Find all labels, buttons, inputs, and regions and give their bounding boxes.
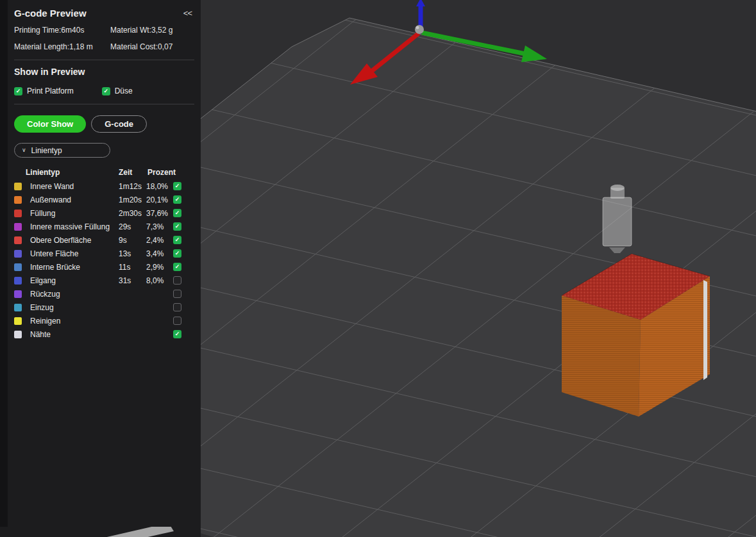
line-type-color-swatch bbox=[14, 277, 22, 285]
legend-row: Reinigen bbox=[14, 314, 194, 327]
print-stats: Printing Time:6m40s Material Wt:3,52 g M… bbox=[14, 26, 194, 51]
legend-row: Eilgang31s8,0% bbox=[14, 274, 194, 287]
line-type-time: 1m20s bbox=[119, 195, 146, 204]
origin-marker-highlight bbox=[416, 26, 419, 29]
panel-left-strip bbox=[0, 0, 8, 527]
line-type-label: Reinigen bbox=[30, 317, 119, 326]
legend-rows: Innere Wand1m12s18,0%✓Außenwand1m20s20,1… bbox=[14, 179, 194, 341]
option-label: Düse bbox=[115, 87, 133, 95]
line-type-time: 1m12s bbox=[119, 182, 146, 191]
line-type-color-swatch bbox=[14, 236, 22, 244]
gcode-preview-panel: G-code Preview << Printing Time:6m40s Ma… bbox=[0, 0, 201, 527]
legend-row: Interne Brücke11s2,9%✓ bbox=[14, 260, 194, 274]
line-type-visibility-checkbox[interactable] bbox=[173, 303, 181, 311]
option-label: Print Platform bbox=[27, 87, 74, 95]
line-type-label: Außenwand bbox=[30, 195, 119, 204]
line-type-color-swatch bbox=[14, 223, 22, 231]
legend-row: Füllung2m30s37,6%✓ bbox=[14, 206, 194, 220]
stat-printing-time: Printing Time:6m40s bbox=[14, 26, 110, 35]
stat-value: 1,18 m bbox=[69, 42, 93, 51]
print-platform-checkbox[interactable]: ✓ bbox=[14, 87, 22, 95]
line-type-label: Innere massive Füllung bbox=[30, 222, 119, 231]
seam-line bbox=[703, 280, 707, 380]
line-type-visibility-checkbox[interactable]: ✓ bbox=[173, 236, 181, 244]
line-type-legend: Linientyp Zeit Prozent Innere Wand1m12s1… bbox=[14, 165, 194, 341]
stat-value: 3,52 g bbox=[151, 26, 172, 35]
option-duese[interactable]: ✓ Düse bbox=[102, 87, 133, 95]
line-type-visibility-checkbox[interactable] bbox=[173, 317, 181, 325]
line-type-color-swatch bbox=[14, 304, 22, 311]
line-type-label: Obere Oberfläche bbox=[30, 236, 119, 245]
line-type-color-swatch bbox=[14, 263, 22, 271]
stat-value: 6m40s bbox=[61, 26, 84, 35]
line-type-percent: 2,4% bbox=[146, 236, 173, 245]
line-type-label: Innere Wand bbox=[30, 182, 119, 191]
line-type-percent: 2,9% bbox=[146, 263, 173, 272]
line-type-color-swatch bbox=[14, 183, 22, 190]
line-type-color-swatch bbox=[14, 250, 22, 258]
line-type-percent: 37,6% bbox=[146, 209, 173, 218]
line-type-time: 31s bbox=[119, 276, 146, 285]
line-type-percent: 20,1% bbox=[146, 195, 173, 204]
line-type-percent: 7,3% bbox=[146, 222, 173, 231]
line-type-label: Füllung bbox=[30, 209, 119, 218]
header-zeit: Zeit bbox=[119, 168, 147, 177]
legend-row: Außenwand1m20s20,1%✓ bbox=[14, 193, 194, 206]
view-mode-buttons: Color Show G-code bbox=[14, 115, 194, 133]
line-type-visibility-checkbox[interactable]: ✓ bbox=[173, 222, 181, 231]
line-type-visibility-checkbox[interactable]: ✓ bbox=[173, 195, 181, 204]
line-type-color-swatch bbox=[14, 331, 22, 338]
line-type-label: Interne Brücke bbox=[30, 263, 119, 272]
header-linientyp: Linientyp bbox=[26, 168, 119, 177]
stat-material-length: Material Length:1,18 m bbox=[14, 42, 110, 51]
origin-marker bbox=[415, 25, 424, 34]
line-type-visibility-checkbox[interactable]: ✓ bbox=[173, 249, 181, 258]
show-in-preview-heading: Show in Preview bbox=[14, 67, 194, 77]
stat-label: Material Length: bbox=[14, 42, 69, 51]
line-type-time: 29s bbox=[119, 222, 146, 231]
legend-row: Einzug bbox=[14, 301, 194, 314]
legend-row: Obere Oberfläche9s2,4%✓ bbox=[14, 233, 194, 247]
line-type-color-swatch bbox=[14, 290, 22, 298]
stat-value: 0,07 bbox=[158, 42, 172, 51]
line-type-dropdown[interactable]: ∨ Linientyp bbox=[14, 143, 110, 158]
legend-row: Nähte✓ bbox=[14, 327, 194, 341]
legend-row: Innere massive Füllung29s7,3%✓ bbox=[14, 220, 194, 233]
line-type-color-swatch bbox=[14, 317, 22, 325]
line-type-time: 13s bbox=[119, 249, 146, 258]
color-show-button[interactable]: Color Show bbox=[14, 115, 86, 133]
line-type-label: Einzug bbox=[30, 303, 119, 312]
divider bbox=[14, 60, 194, 60]
line-type-visibility-checkbox[interactable]: ✓ bbox=[173, 330, 181, 338]
stat-label: Printing Time: bbox=[14, 26, 61, 35]
option-print-platform[interactable]: ✓ Print Platform bbox=[14, 87, 74, 95]
stat-material-cost: Material Cost:0,07 bbox=[110, 42, 194, 51]
header-prozent: Prozent bbox=[147, 168, 194, 177]
legend-row: Untere Fläche13s3,4%✓ bbox=[14, 247, 194, 260]
line-type-percent: 3,4% bbox=[146, 249, 173, 258]
line-type-visibility-checkbox[interactable]: ✓ bbox=[173, 209, 181, 217]
line-type-visibility-checkbox[interactable]: ✓ bbox=[173, 182, 181, 190]
gcode-button[interactable]: G-code bbox=[91, 115, 147, 133]
line-type-time: 2m30s bbox=[119, 209, 146, 218]
line-type-visibility-checkbox[interactable] bbox=[173, 290, 181, 298]
panel-title: G-code Preview bbox=[14, 8, 87, 19]
line-type-label: Rückzug bbox=[30, 290, 119, 299]
line-type-visibility-checkbox[interactable] bbox=[173, 276, 181, 285]
duese-checkbox[interactable]: ✓ bbox=[102, 87, 110, 95]
collapse-panel-button[interactable]: << bbox=[181, 8, 194, 18]
stat-material-weight: Material Wt:3,52 g bbox=[110, 26, 194, 35]
line-type-label: Eilgang bbox=[30, 276, 119, 285]
legend-row: Rückzug bbox=[14, 287, 194, 301]
stat-label: Material Wt: bbox=[110, 26, 151, 35]
line-type-label: Nähte bbox=[30, 330, 119, 339]
line-type-label: Untere Fläche bbox=[30, 249, 119, 258]
legend-header: Linientyp Zeit Prozent bbox=[14, 165, 194, 179]
chevron-down-icon: ∨ bbox=[22, 147, 26, 153]
line-type-time: 9s bbox=[119, 236, 146, 245]
line-type-visibility-checkbox[interactable]: ✓ bbox=[173, 263, 181, 271]
legend-row: Innere Wand1m12s18,0%✓ bbox=[14, 179, 194, 193]
dropdown-selected-label: Linientyp bbox=[31, 146, 62, 155]
stat-label: Material Cost: bbox=[110, 42, 158, 51]
line-type-percent: 18,0% bbox=[146, 182, 173, 191]
